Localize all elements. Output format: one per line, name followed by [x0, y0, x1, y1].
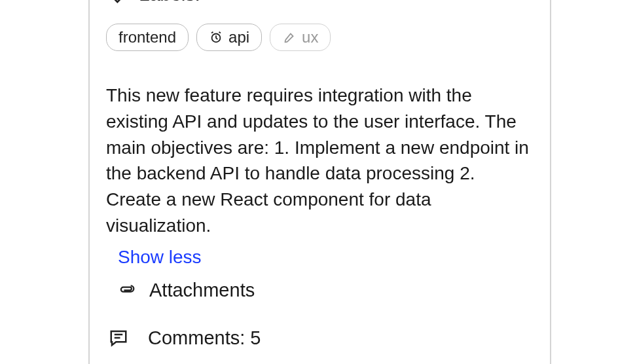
label-chip-text: api — [228, 28, 249, 46]
attachments-label: Attachments — [149, 280, 255, 301]
detail-card: Labels: frontend api ux — [88, 0, 551, 364]
labels-heading-text: Labels: — [139, 0, 200, 5]
comments-label: Comments: 5 — [148, 327, 261, 349]
label-chips: frontend api ux — [106, 0, 534, 82]
label-chip-frontend[interactable]: frontend — [106, 24, 189, 51]
attachment-icon — [118, 283, 136, 297]
label-chip-text: ux — [302, 28, 318, 46]
label-icon — [106, 0, 127, 5]
description-text: This new feature requires integration wi… — [106, 82, 534, 244]
label-chip-ux[interactable]: ux — [270, 24, 331, 51]
labels-heading-row: Labels: — [106, 0, 200, 5]
comments-label-prefix: Comments: — [148, 327, 250, 348]
comments-row[interactable]: Comments: 5 — [106, 327, 534, 349]
attachments-row[interactable]: Attachments — [106, 280, 534, 327]
comment-icon — [109, 328, 128, 348]
alarm-icon — [209, 30, 223, 45]
label-chip-api[interactable]: api — [196, 24, 262, 51]
brush-icon — [282, 30, 297, 45]
label-chip-text: frontend — [118, 28, 176, 46]
comments-count: 5 — [250, 327, 261, 348]
show-less-link[interactable]: Show less — [106, 244, 202, 280]
